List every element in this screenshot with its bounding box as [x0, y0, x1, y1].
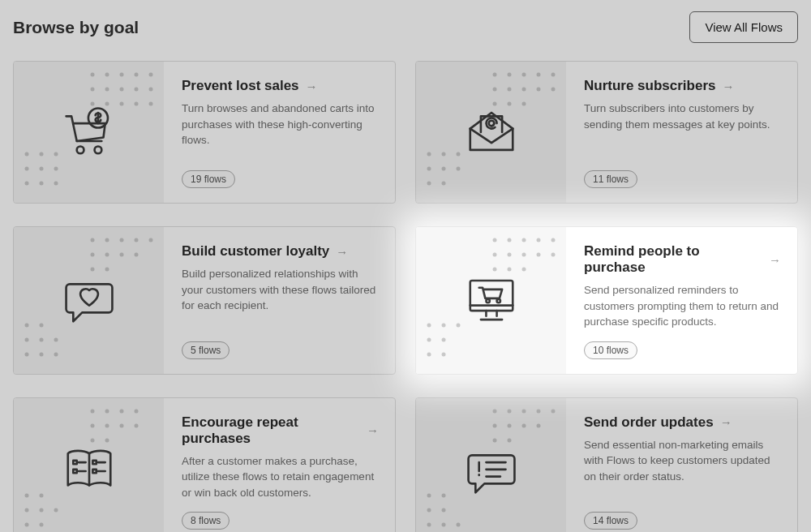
svg-point-58: [91, 268, 95, 272]
svg-point-103: [25, 508, 29, 513]
card-body: Nurture subscribers → Turn subscribers i…: [566, 62, 797, 203]
svg-point-33: [508, 88, 512, 92]
svg-point-86: [427, 352, 431, 356]
flow-count-badge: 11 flows: [584, 170, 637, 188]
svg-point-124: [442, 494, 446, 498]
svg-point-129: [457, 523, 461, 527]
arrow-right-icon: →: [723, 79, 735, 93]
svg-point-28: [508, 73, 512, 77]
dot-pattern: [20, 489, 93, 532]
svg-point-31: [551, 73, 556, 77]
svg-point-77: [551, 253, 556, 257]
card-icon-area: [416, 62, 566, 203]
svg-point-105: [54, 508, 58, 513]
card-icon-area: [14, 62, 164, 203]
card-body: Prevent lost sales → Turn browses and ab…: [164, 62, 395, 203]
svg-point-102: [40, 494, 44, 498]
dot-pattern: [423, 148, 496, 196]
card-description: Send personalized reminders to customers…: [584, 282, 781, 330]
svg-point-46: [427, 182, 431, 186]
svg-rect-111: [92, 470, 96, 473]
card-icon-area: [416, 227, 566, 374]
goal-card-send-order-updates[interactable]: Send order updates → Send essential non-…: [415, 397, 798, 532]
card-body: Build customer loyalty → Build personali…: [164, 227, 395, 374]
svg-point-90: [496, 299, 500, 302]
card-title: Prevent lost sales: [182, 78, 299, 94]
svg-point-89: [486, 299, 489, 302]
goal-card-remind-people-to-purchase[interactable]: Remind people to purchase → Send persona…: [415, 226, 798, 375]
svg-point-82: [442, 323, 446, 327]
dot-pattern: [423, 489, 496, 532]
goal-card-encourage-repeat-purchases[interactable]: Encourage repeat purchases → After a cus…: [13, 397, 396, 532]
svg-point-50: [105, 238, 109, 242]
svg-point-125: [427, 508, 431, 513]
flow-count-badge: 8 flows: [182, 512, 230, 530]
svg-point-37: [493, 102, 497, 106]
arrow-right-icon: →: [336, 245, 348, 259]
svg-point-70: [522, 238, 526, 242]
svg-point-63: [40, 337, 44, 341]
svg-point-65: [25, 352, 29, 356]
svg-point-93: [120, 409, 124, 413]
svg-point-11: [105, 102, 109, 106]
svg-point-35: [537, 88, 541, 92]
svg-point-49: [91, 238, 95, 242]
svg-point-21: [25, 182, 29, 186]
svg-point-12: [120, 102, 124, 106]
card-title: Nurture subscribers: [584, 78, 716, 94]
dot-pattern: [20, 319, 93, 367]
goal-card-grid: Prevent lost sales → Turn browses and ab…: [10, 61, 801, 532]
svg-point-128: [442, 523, 446, 527]
view-all-flows-button[interactable]: View All Flows: [689, 11, 798, 43]
flow-count-badge: 5 flows: [182, 341, 230, 359]
svg-point-98: [135, 423, 139, 427]
svg-point-41: [442, 152, 446, 157]
svg-point-27: [493, 73, 497, 77]
svg-point-69: [508, 238, 512, 242]
svg-point-8: [135, 88, 139, 92]
svg-point-68: [493, 238, 497, 242]
dot-pattern: [423, 319, 496, 367]
svg-point-15: [25, 152, 29, 157]
svg-point-78: [493, 268, 497, 272]
card-title: Send order updates: [584, 414, 714, 431]
svg-point-104: [40, 508, 44, 513]
card-description: Build personalized relationships with yo…: [182, 266, 379, 314]
svg-point-1: [105, 73, 109, 77]
svg-point-73: [493, 253, 497, 257]
svg-point-19: [40, 167, 44, 171]
svg-point-45: [457, 167, 461, 171]
arrow-right-icon: →: [769, 253, 781, 267]
svg-point-83: [457, 323, 461, 327]
svg-point-81: [427, 323, 431, 327]
svg-point-120: [537, 423, 541, 427]
svg-point-10: [91, 102, 95, 106]
goal-card-build-customer-loyalty[interactable]: Build customer loyalty → Build personali…: [13, 226, 396, 375]
section-title: Browse by goal: [13, 18, 139, 37]
svg-point-66: [40, 352, 44, 356]
svg-point-39: [522, 102, 526, 106]
svg-point-7: [120, 88, 124, 92]
svg-point-57: [135, 253, 139, 257]
svg-point-126: [442, 508, 446, 513]
svg-point-85: [442, 337, 446, 341]
card-icon-area: [14, 398, 164, 532]
svg-point-0: [91, 73, 95, 77]
svg-point-123: [427, 494, 431, 498]
svg-point-22: [40, 182, 44, 186]
flow-count-badge: 10 flows: [584, 341, 637, 359]
goal-card-prevent-lost-sales[interactable]: Prevent lost sales → Turn browses and ab…: [13, 61, 396, 204]
svg-point-34: [522, 88, 526, 92]
svg-point-115: [537, 409, 541, 413]
svg-point-3: [135, 73, 139, 77]
card-description: Turn subscribers into customers by sendi…: [584, 101, 781, 132]
svg-point-94: [135, 409, 139, 413]
svg-point-100: [105, 438, 109, 442]
svg-point-64: [54, 337, 58, 341]
svg-point-96: [105, 423, 109, 427]
flow-count-badge: 19 flows: [182, 170, 235, 188]
goal-card-nurture-subscribers[interactable]: Nurture subscribers → Turn subscribers i…: [415, 61, 798, 204]
svg-point-79: [508, 268, 512, 272]
svg-point-112: [493, 409, 497, 413]
svg-point-99: [91, 438, 95, 442]
